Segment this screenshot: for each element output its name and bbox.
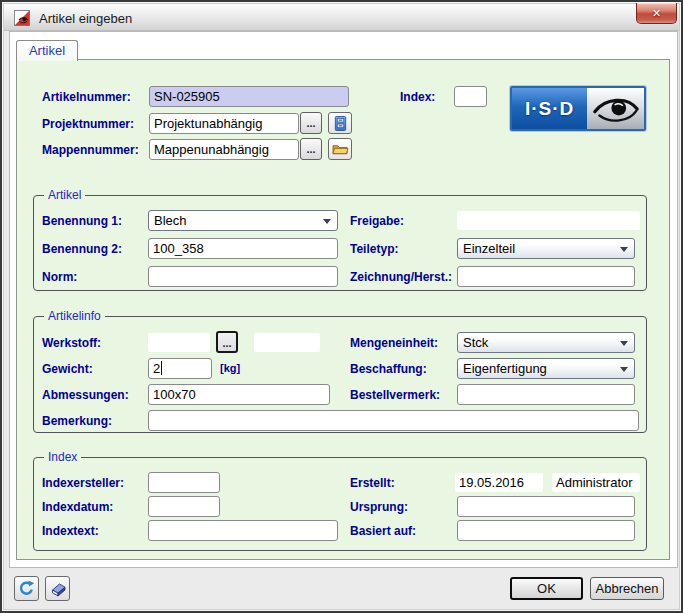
indexersteller-field[interactable] [148,472,220,493]
ok-button-label: OK [537,581,556,596]
ellipsis-icon: ... [222,337,231,349]
gewicht-unit-label: [kg] [220,362,240,374]
abmessungen-label: Abmessungen: [42,388,129,402]
window-title: Artikel eingeben [39,11,132,26]
mappennummer-label: Mappennummer: [42,143,139,157]
close-icon: ✕ [652,7,661,20]
werkstoff-field2 [254,333,320,352]
projektnummer-field[interactable] [149,113,299,134]
index-field[interactable] [454,86,487,107]
benennung1-label: Benennung 1: [42,214,122,228]
index-label: Index: [400,90,435,104]
text-caret [161,361,162,375]
bemerkung-field[interactable] [148,410,639,431]
werkstoff-browse-button[interactable]: ... [216,331,238,353]
benennung2-field[interactable] [148,238,338,259]
projektnummer-browse-button[interactable]: ... [300,112,322,134]
mappennummer-field[interactable] [149,139,299,160]
indexersteller-label: Indexersteller: [42,476,124,490]
artikelnummer-label: Artikelnummer: [42,90,131,104]
artikel-eingeben-dialog: Artikel eingeben ✕ Artikel Artikelnummer… [0,0,683,613]
erstellt-user-field: Administrator [552,473,640,492]
bemerkung-label: Bemerkung: [42,414,112,428]
werkstoff-field [148,333,210,352]
teiletyp-value: Einzelteil [463,241,515,256]
abmessungen-field[interactable] [148,384,330,405]
mengeneinheit-combobox[interactable]: Stck [457,332,635,353]
eraser-icon [49,581,67,597]
benennung1-value: Blech [154,213,187,228]
norm-label: Norm: [42,270,77,284]
zeichnung-herst-label: Zeichnung/Herst.: [350,270,452,284]
freigabe-field [457,211,640,230]
beschaffung-label: Beschaffung: [350,362,427,376]
app-icon [14,10,30,26]
refresh-button[interactable] [14,576,39,601]
title-bar[interactable]: Artikel eingeben [4,4,679,31]
basiert-auf-field[interactable] [457,520,635,541]
dropdown-arrow-icon [620,367,628,372]
isd-logo-text-panel: I·S·D [512,88,587,129]
teiletyp-combobox[interactable]: Einzelteil [457,238,635,259]
artikelinfo-group-title: Artikelinfo [44,309,105,323]
beschaffung-value: Eigenfertigung [463,361,547,376]
bestellvermerk-field[interactable] [457,384,635,405]
clear-button[interactable] [45,576,70,601]
mappennummer-folder-button[interactable] [328,138,352,160]
ursprung-field[interactable] [457,496,635,517]
mengeneinheit-label: Mengeneinheit: [350,336,438,350]
refresh-icon [18,580,35,597]
freigabe-label: Freigabe: [350,214,404,228]
norm-field[interactable] [148,266,338,287]
dropdown-arrow-icon [323,219,331,224]
projektnummer-label: Projektnummer: [42,117,134,131]
artikelnummer-field[interactable] [149,86,349,107]
benennung1-combobox[interactable]: Blech [148,210,338,231]
ok-button[interactable]: OK [510,577,583,600]
indextext-label: Indextext: [42,524,99,538]
isd-logo: I·S·D [510,86,646,131]
mappennummer-browse-button[interactable]: ... [300,138,322,160]
bestellvermerk-label: Bestellvermerk: [350,388,440,402]
erstellt-label: Erstellt: [350,476,395,490]
zeichnung-herst-field[interactable] [457,266,635,287]
gewicht-label: Gewicht: [42,362,93,376]
tab-label: Artikel [29,43,65,58]
basiert-auf-label: Basiert auf: [350,524,416,538]
indexdatum-label: Indexdatum: [42,500,113,514]
projektnummer-database-button[interactable] [328,112,352,134]
benennung2-label: Benennung 2: [42,242,122,256]
beschaffung-combobox[interactable]: Eigenfertigung [457,358,635,379]
isd-logo-text: I·S·D [525,98,574,120]
dropdown-arrow-icon [620,247,628,252]
artikel-group-title: Artikel [44,188,85,202]
close-button[interactable]: ✕ [636,3,677,24]
ellipsis-icon: ... [306,117,315,129]
isd-logo-eye-panel [587,88,644,129]
ellipsis-icon: ... [306,143,315,155]
indextext-field[interactable] [148,520,338,541]
index-group-title: Index [44,450,81,464]
cancel-button-label: Abbrechen [596,581,659,596]
erstellt-date-field: 19.05.2016 [455,473,543,492]
dropdown-arrow-icon [620,341,628,346]
database-icon [333,115,348,132]
ursprung-label: Ursprung: [350,500,408,514]
gewicht-field[interactable] [148,358,212,379]
cancel-button[interactable]: Abbrechen [590,577,664,600]
teiletyp-label: Teiletyp: [350,242,398,256]
indexdatum-field[interactable] [148,496,220,517]
mengeneinheit-value: Stck [463,335,488,350]
werkstoff-label: Werkstoff: [42,336,101,350]
eye-icon [592,93,640,125]
folder-icon [332,142,349,156]
tab-artikel[interactable]: Artikel [16,40,78,61]
